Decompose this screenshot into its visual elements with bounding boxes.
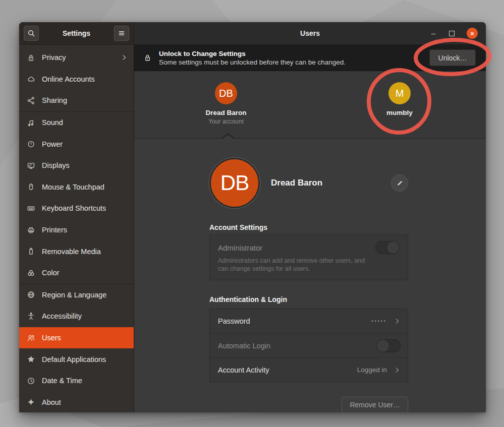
detail-column: DB Dread Baron Account Settings Administ…: [209, 139, 408, 412]
auth-login-heading: Authentication & Login: [209, 295, 408, 306]
sidebar-item-sharing[interactable]: Sharing: [19, 90, 134, 111]
unlock-banner-title: Unlock to Change Settings: [159, 50, 346, 57]
unlock-banner-subtitle: Some settings must be unlocked before th…: [159, 58, 346, 66]
sidebar-item-displays[interactable]: Displays: [19, 155, 134, 176]
sidebar-item-label: Power: [42, 140, 128, 148]
account-settings-card: Administrator Administrators can add and…: [209, 234, 408, 280]
display-icon: [27, 161, 35, 170]
search-button[interactable]: [24, 26, 39, 41]
sidebar-item-label: Keyboard Shortcuts: [42, 204, 128, 212]
menu-button[interactable]: [114, 26, 129, 41]
user-subtitle: Your account: [208, 118, 244, 125]
toggle-knob: [386, 241, 400, 254]
account-activity-label: Account Activity: [218, 366, 357, 374]
sidebar-item-label: Users: [42, 334, 128, 342]
edit-name-button[interactable]: [391, 174, 408, 192]
usb-icon: [27, 247, 35, 256]
sidebar-item-mouse-touchpad[interactable]: Mouse & Touchpad: [19, 176, 134, 198]
note-icon: [27, 118, 35, 127]
maximize-icon: [449, 31, 455, 36]
lock-icon: [143, 53, 152, 62]
administrator-row: Administrator: [218, 241, 400, 254]
account-settings-heading: Account Settings: [209, 223, 408, 233]
sidebar-item-label: Mouse & Touchpad: [42, 183, 128, 191]
globe-icon: [27, 290, 35, 299]
maximize-button[interactable]: [449, 31, 455, 36]
keyboard-icon: [27, 204, 35, 213]
unlock-button[interactable]: Unlock…: [429, 49, 476, 66]
sidebar-item-keyboard-shortcuts[interactable]: Keyboard Shortcuts: [19, 198, 134, 219]
close-button[interactable]: ×: [467, 28, 478, 39]
sidebar-item-region-language[interactable]: Region & Language: [19, 284, 134, 306]
toggle-knob: [376, 339, 389, 352]
automatic-login-label: Automatic Login: [218, 342, 376, 350]
sidebar-item-removable-media[interactable]: Removable Media: [19, 240, 134, 262]
administrator-label: Administrator: [218, 243, 262, 252]
password-row[interactable]: Password •••••: [210, 309, 408, 333]
user-chip-mumbly[interactable]: Mmumbly: [367, 82, 432, 116]
mouse-icon: [27, 182, 35, 191]
users-icon: [27, 334, 35, 342]
sidebar-item-label: Sharing: [42, 96, 128, 104]
selected-user-caret: [221, 133, 235, 139]
sidebar-item-online-accounts[interactable]: Online Accounts: [19, 69, 134, 90]
sidebar-item-label: Region & Language: [42, 291, 128, 299]
settings-window: Settings PrivacyOnline AccountsSharingSo…: [19, 22, 486, 412]
sidebar-item-label: Privacy: [42, 53, 121, 62]
automatic-login-row: Automatic Login: [210, 333, 408, 357]
pencil-icon: [396, 179, 404, 187]
password-label: Password: [218, 317, 371, 325]
power-icon: [27, 140, 35, 148]
sidebar-item-about[interactable]: About: [19, 392, 134, 413]
sidebar-item-power[interactable]: Power: [19, 133, 134, 155]
minimize-button[interactable]: –: [430, 30, 437, 37]
sidebar-item-privacy[interactable]: Privacy: [19, 47, 134, 69]
sidebar: Settings PrivacyOnline AccountsSharingSo…: [19, 22, 134, 412]
clock-icon: [27, 377, 35, 385]
titlebar[interactable]: Users – ×: [134, 22, 486, 45]
automatic-login-toggle[interactable]: [376, 339, 401, 352]
star-icon: [27, 355, 35, 363]
sidebar-item-printers[interactable]: Printers: [19, 219, 134, 241]
user-carousel: DBDread BaronYour accountMmumbly: [134, 71, 486, 139]
content-pane: Users – × Unlock to Change Settings Some…: [134, 22, 486, 412]
chevron-right-icon: [394, 367, 401, 374]
sidebar-item-accessibility[interactable]: Accessibility: [19, 306, 134, 327]
sidebar-header: Settings: [19, 22, 134, 45]
window-controls: – ×: [430, 28, 486, 39]
auth-login-card: Password ••••• Automatic Login Account A…: [209, 309, 408, 382]
unlock-banner-text: Unlock to Change Settings Some settings …: [159, 50, 346, 66]
search-icon: [27, 29, 35, 37]
sidebar-item-color[interactable]: Color: [19, 262, 134, 284]
sidebar-item-users[interactable]: Users: [19, 327, 134, 349]
sidebar-item-label: Printers: [42, 226, 128, 234]
sidebar-list: PrivacyOnline AccountsSharingSoundPowerD…: [19, 45, 134, 412]
profile-header: DB Dread Baron: [209, 158, 408, 208]
user-avatar: M: [388, 82, 411, 104]
administrator-toggle[interactable]: [375, 241, 400, 254]
sidebar-item-sound[interactable]: Sound: [19, 112, 134, 134]
profile-name: Dread Baron: [271, 178, 391, 188]
remove-user-button[interactable]: Remove User…: [342, 397, 408, 412]
sidebar-item-label: About: [42, 398, 128, 406]
sidebar-item-date-time[interactable]: Date & Time: [19, 370, 134, 392]
sidebar-item-label: Color: [42, 269, 128, 277]
sidebar-item-label: Default Applications: [42, 355, 128, 363]
sidebar-item-default-applications[interactable]: Default Applications: [19, 348, 134, 370]
sparkle-icon: [27, 398, 35, 406]
sidebar-item-label: Displays: [42, 161, 128, 169]
sidebar-item-label: Removable Media: [42, 248, 128, 256]
printer-icon: [27, 226, 35, 234]
sidebar-title: Settings: [63, 29, 90, 37]
user-name: Dread Baron: [205, 109, 246, 116]
user-chip-dread-baron[interactable]: DBDread BaronYour account: [193, 82, 259, 125]
user-avatar: DB: [215, 82, 237, 104]
profile-avatar[interactable]: DB: [209, 158, 260, 208]
cloud-icon: [27, 75, 35, 83]
sidebar-item-label: Date & Time: [42, 377, 128, 385]
chevron-right-icon: [394, 318, 401, 325]
sidebar-item-label: Accessibility: [42, 312, 128, 320]
lock-icon: [27, 53, 35, 62]
account-activity-row[interactable]: Account Activity Logged in: [210, 357, 408, 382]
sidebar-item-label: Online Accounts: [42, 75, 128, 83]
